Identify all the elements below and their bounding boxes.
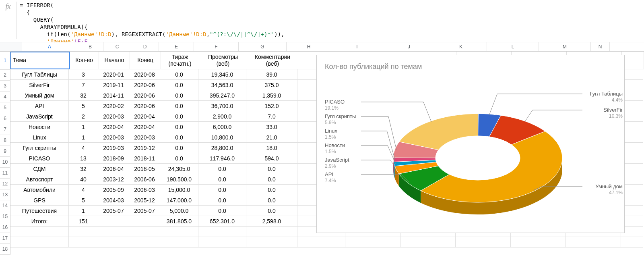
data-cell[interactable]: 2005-07 — [98, 206, 129, 216]
data-cell[interactable]: Linux — [10, 132, 69, 143]
data-cell[interactable]: 2014-11 — [98, 90, 129, 101]
data-cell[interactable]: 18.0 — [246, 143, 297, 153]
row-header-14[interactable]: 14 — [0, 200, 10, 211]
col-header-L[interactable]: L — [487, 42, 539, 51]
cell[interactable] — [198, 227, 246, 237]
data-cell[interactable] — [98, 216, 129, 227]
data-cell[interactable]: 21.0 — [246, 132, 297, 143]
data-cell[interactable]: 10,800.0 — [198, 132, 246, 143]
col-header-F[interactable]: F — [194, 42, 239, 51]
row-header-2[interactable]: 2 — [0, 70, 10, 81]
data-cell[interactable]: 2020-06 — [129, 101, 160, 111]
col-header-C[interactable]: C — [103, 42, 131, 51]
data-cell[interactable]: GPS — [10, 195, 69, 206]
data-cell[interactable]: 2019-12 — [129, 143, 160, 153]
data-cell[interactable]: 2020-03 — [129, 132, 160, 143]
col-header-M[interactable]: M — [539, 42, 591, 51]
cell[interactable] — [129, 227, 160, 237]
row-header-4[interactable]: 4 — [0, 92, 10, 102]
data-cell[interactable]: Путешествия — [10, 206, 69, 216]
data-cell[interactable]: 0.0 — [160, 111, 198, 122]
data-cell[interactable]: 117,946.0 — [198, 153, 246, 164]
data-cell[interactable]: 6,000.0 — [198, 122, 246, 132]
data-cell[interactable]: 0.0 — [160, 101, 198, 111]
row-header-16[interactable]: 16 — [0, 222, 10, 233]
data-cell[interactable]: 2020-02 — [98, 101, 129, 111]
data-cell[interactable]: 34,563.0 — [198, 80, 246, 90]
data-cell[interactable]: 2018-11 — [129, 153, 160, 164]
data-cell[interactable]: 2020-08 — [129, 69, 160, 80]
data-cell[interactable]: 2006-03 — [129, 185, 160, 195]
data-cell[interactable]: 0.0 — [160, 143, 198, 153]
data-cell[interactable]: 1,359.0 — [246, 90, 297, 101]
row-header-11[interactable]: 11 — [0, 168, 10, 179]
data-cell[interactable]: 2019-03 — [98, 143, 129, 153]
data-cell[interactable]: 0.0 — [160, 80, 198, 90]
row-header-9[interactable]: 9 — [0, 146, 10, 157]
cell[interactable] — [160, 227, 198, 237]
data-cell[interactable]: 0.0 — [160, 90, 198, 101]
data-cell[interactable]: 5,000.0 — [160, 206, 198, 216]
data-cell[interactable]: Итого: — [10, 216, 69, 227]
header-cell[interactable]: Просмотры (веб) — [199, 52, 247, 69]
data-cell[interactable]: СДМ — [10, 164, 69, 174]
data-cell[interactable]: 2020-03 — [98, 132, 129, 143]
col-header-E[interactable]: E — [159, 42, 194, 51]
col-header-H[interactable]: H — [287, 42, 331, 51]
data-cell[interactable]: 0.0 — [160, 132, 198, 143]
data-cell[interactable]: SilverFir — [10, 80, 69, 90]
data-cell[interactable] — [129, 216, 160, 227]
cell[interactable] — [98, 227, 129, 237]
data-cell[interactable]: 0.0 — [246, 185, 297, 195]
cell[interactable] — [129, 237, 160, 248]
col-header-N[interactable]: N — [591, 42, 610, 51]
cells-area[interactable]: Кол-во публикаций по темам PICASO19.1%Гу… — [10, 52, 644, 255]
data-cell[interactable]: 0.0 — [246, 206, 297, 216]
col-header-I[interactable]: I — [331, 42, 383, 51]
row-header-7[interactable]: 7 — [0, 124, 10, 135]
formula-input[interactable]: = IFERROR( { QUERY( ARRAYFORMULA({ if(le… — [20, 2, 285, 45]
data-cell[interactable]: Умный дом — [10, 90, 69, 101]
data-cell[interactable]: 190,500.0 — [160, 174, 198, 185]
data-cell[interactable]: 395,247.0 — [198, 90, 246, 101]
header-cell[interactable]: Тираж (печатн.) — [161, 52, 199, 69]
data-cell[interactable]: 2020-03 — [98, 111, 129, 122]
data-cell[interactable]: 7 — [69, 80, 98, 90]
row-header-8[interactable]: 8 — [0, 135, 10, 146]
data-cell[interactable]: API — [10, 101, 69, 111]
cell[interactable] — [511, 237, 566, 248]
data-cell[interactable]: 0.0 — [160, 153, 198, 164]
select-all-corner[interactable] — [0, 42, 22, 51]
data-cell[interactable]: 381,805.0 — [160, 216, 198, 227]
data-cell[interactable]: 0.0 — [246, 195, 297, 206]
chart-container[interactable]: Кол-во публикаций по темам PICASO19.1%Гу… — [316, 55, 625, 233]
data-cell[interactable]: 7.0 — [246, 111, 297, 122]
cell[interactable] — [98, 237, 129, 248]
data-cell[interactable]: 0.0 — [160, 122, 198, 132]
data-cell[interactable]: 2019-11 — [98, 80, 129, 90]
data-cell[interactable]: JavaScript — [10, 111, 69, 122]
data-cell[interactable]: 5 — [69, 195, 98, 206]
data-cell[interactable]: 1 — [69, 122, 98, 132]
data-cell[interactable]: 32 — [69, 90, 98, 101]
data-cell[interactable]: 652,301.0 — [198, 216, 246, 227]
data-cell[interactable]: 2,598.0 — [246, 216, 297, 227]
data-cell[interactable]: 0.0 — [160, 69, 198, 80]
cell[interactable] — [10, 227, 69, 237]
data-cell[interactable]: 39.0 — [246, 69, 297, 80]
row-header-15[interactable]: 15 — [0, 211, 10, 222]
data-cell[interactable]: 1 — [69, 206, 98, 216]
data-cell[interactable]: 375.0 — [246, 80, 297, 90]
data-cell[interactable]: 40 — [69, 174, 98, 185]
data-cell[interactable]: 152.0 — [246, 101, 297, 111]
data-cell[interactable]: 151 — [69, 216, 98, 227]
data-cell[interactable]: 32 — [69, 164, 98, 174]
row-header-1[interactable]: 1 — [0, 52, 10, 70]
col-header-J[interactable]: J — [383, 42, 435, 51]
data-cell[interactable]: 33.0 — [246, 122, 297, 132]
data-cell[interactable]: 2020-04 — [98, 122, 129, 132]
row-header-13[interactable]: 13 — [0, 189, 10, 200]
data-cell[interactable]: 2020-01 — [98, 69, 129, 80]
cell[interactable] — [246, 227, 297, 237]
data-cell[interactable]: 0.0 — [198, 206, 246, 216]
